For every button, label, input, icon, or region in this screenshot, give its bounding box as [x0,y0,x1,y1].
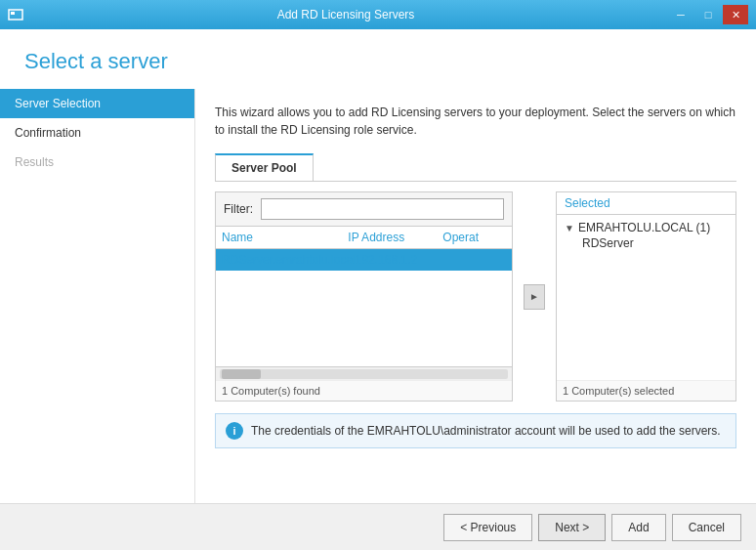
pool-footer: 1 Computer(s) found [216,380,512,401]
col-header-ip[interactable]: IP Address [348,231,442,244]
selected-item: RDServer [565,234,728,252]
title-bar: Add RD Licensing Servers ─ □ ✕ [0,0,756,29]
row-os [445,253,506,267]
sidebar-item-confirmation[interactable]: Confirmation [0,118,194,148]
selected-footer: 1 Computer(s) selected [557,380,735,401]
scroll-thumb[interactable] [222,369,261,379]
app-icon [8,7,23,22]
row-ip: 192.168.1.2 [356,253,446,267]
sidebar-item-server-selection[interactable]: Server Selection [0,89,194,118]
main-container: Select a server Server Selection Confirm… [0,29,756,550]
col-header-name[interactable]: Name [222,231,348,244]
filter-row: Filter: [216,192,512,227]
selected-panel-header: Selected [557,192,735,215]
selected-group-label: EMRAHTOLU.LOCAL (1) [578,221,710,234]
window-controls: ─ □ ✕ [668,5,748,24]
next-button[interactable]: Next > [538,514,606,541]
minimize-button[interactable]: ─ [668,5,693,24]
svg-rect-1 [11,12,15,15]
window-title: Add RD Licensing Servers [23,8,668,21]
description-text: This wizard allows you to add RD Licensi… [215,104,736,139]
close-button[interactable]: ✕ [723,5,748,24]
col-header-os[interactable]: Operat [442,231,506,244]
add-button[interactable]: Add [611,514,665,541]
previous-button[interactable]: < Previous [443,514,532,541]
add-to-selected-button[interactable]: ► [524,284,545,310]
selected-group: ▼ EMRAHTOLU.LOCAL (1) RDServer [565,221,728,252]
selection-area: Filter: Name IP Address Operat RDServer.… [215,191,736,402]
content-area: Server Selection Confirmation Results Th… [0,89,756,503]
filter-label: Filter: [224,202,253,216]
arrow-panel: ► [523,191,546,402]
page-header: Select a server [0,29,756,89]
info-bar: i The credentials of the EMRAHTOLU\admin… [215,413,736,448]
selected-group-header[interactable]: ▼ EMRAHTOLU.LOCAL (1) [565,221,728,234]
cancel-button[interactable]: Cancel [672,514,741,541]
maximize-button[interactable]: □ [695,5,721,24]
table-body: RDServer.emrahtolu.local 192.168.1.2 [216,249,512,366]
tab-strip: Server Pool [215,153,736,182]
info-icon: i [226,422,243,440]
sidebar-item-results: Results [0,148,194,177]
pool-panel: Filter: Name IP Address Operat RDServer.… [215,191,513,402]
selected-body: ▼ EMRAHTOLU.LOCAL (1) RDServer [557,215,735,380]
horizontal-scrollbar[interactable] [216,366,512,380]
row-name: RDServer.emrahtolu.local [222,253,356,267]
table-header: Name IP Address Operat [216,227,512,249]
footer: < Previous Next > Add Cancel [0,503,756,550]
sidebar: Server Selection Confirmation Results [0,89,195,503]
scroll-track [220,369,508,379]
tab-server-pool[interactable]: Server Pool [215,153,314,181]
triangle-icon: ▼ [565,223,574,233]
page-title: Select a server [24,49,732,74]
selected-panel: Selected ▼ EMRAHTOLU.LOCAL (1) RDServer … [556,191,736,402]
info-message: The credentials of the EMRAHTOLU\adminis… [251,424,721,438]
table-row[interactable]: RDServer.emrahtolu.local 192.168.1.2 [216,249,512,271]
right-content: This wizard allows you to add RD Licensi… [195,89,756,503]
filter-input[interactable] [261,198,504,220]
